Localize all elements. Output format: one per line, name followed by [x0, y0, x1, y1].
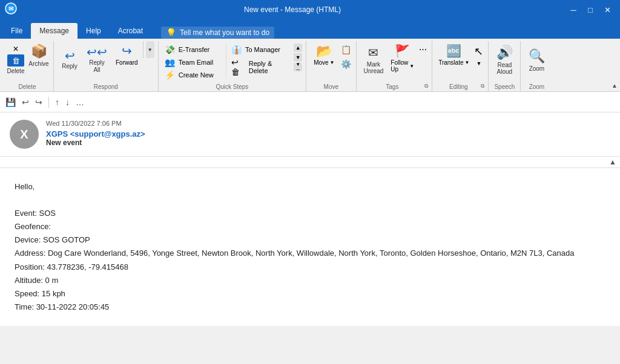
- delete-box-icon: 🗑: [7, 54, 24, 67]
- create-new-icon: ⚡: [165, 70, 175, 80]
- editing-group-content: 🔤 Translate ▼ ↖ ▼: [436, 41, 484, 82]
- tags-group-content: ✉ MarkUnread 🚩 FollowUp ▼ ⋯: [360, 41, 429, 82]
- respond-group-content: ↩ Reply ↩↩ ReplyAll ↪ Forward ▼: [58, 41, 154, 82]
- delete-icon: ✕: [13, 45, 19, 53]
- quick-steps-scroll-down[interactable]: ▼: [294, 53, 302, 62]
- email-body-line-8: Speed: 15 kph: [15, 287, 605, 301]
- toolbar-divider: [48, 97, 49, 108]
- forward-button[interactable]: ↪ Forward: [112, 41, 142, 68]
- respond-more-options[interactable]: ▼: [143, 41, 154, 58]
- translate-label: Translate: [438, 59, 463, 66]
- tab-message[interactable]: Message: [31, 23, 78, 39]
- tags-expand-icon[interactable]: ⧉: [424, 83, 428, 91]
- redo-button[interactable]: ↪: [33, 96, 44, 109]
- translate-split[interactable]: 🔤 Translate ▼: [436, 41, 472, 66]
- email-body-line-9: Time: 30-11-2022 20:05:45: [15, 301, 605, 314]
- save-button[interactable]: 💾: [4, 96, 18, 109]
- tab-help[interactable]: Help: [78, 23, 110, 39]
- read-aloud-button[interactable]: 🔊 ReadAloud: [492, 41, 516, 79]
- move-icon: 📂: [316, 44, 332, 59]
- zoom-button[interactable]: 🔍 Zoom: [524, 41, 549, 79]
- minimize-button[interactable]: ─: [566, 4, 581, 16]
- move-group-label: Move: [310, 82, 352, 91]
- collapse-bar[interactable]: ▲: [0, 157, 620, 168]
- email-body-line-1: [15, 193, 605, 207]
- create-new-label: Create New: [179, 71, 214, 79]
- copy-to-folder-button[interactable]: 📋: [340, 44, 352, 56]
- to-manager-label: To Manager: [245, 46, 280, 53]
- delete-button[interactable]: ✕ 🗑 Delete: [5, 41, 27, 77]
- reply-all-icon: ↩↩: [87, 46, 107, 58]
- editing-more-btn[interactable]: ▼: [473, 59, 484, 68]
- editing-group: 🔤 Translate ▼ ↖ ▼ Editing ⧉: [432, 41, 489, 91]
- title-bar: ✉ New event - Message (HTML) ─ □ ✕: [0, 0, 620, 19]
- email-body-line-7: Altitude: 0 m: [15, 274, 605, 287]
- search-placeholder: Tell me what you want to do: [180, 28, 269, 37]
- toolbar-row: 💾 ↩ ↪ ↑ ↓ …: [0, 92, 620, 112]
- quick-steps-scroll-up[interactable]: ▲: [294, 44, 302, 52]
- delete-label: Delete: [7, 68, 25, 74]
- lightbulb-icon: 💡: [166, 28, 176, 37]
- archive-label: Archive: [28, 60, 48, 67]
- close-button[interactable]: ✕: [599, 4, 615, 16]
- ribbon-collapse-button[interactable]: ▲: [612, 82, 618, 89]
- email-header: X Wed 11/30/2022 7:06 PM XGPS <support@x…: [0, 112, 620, 157]
- tab-acrobat[interactable]: Acrobat: [110, 23, 151, 39]
- svg-text:✉: ✉: [8, 5, 14, 12]
- move-arrow-icon: ▼: [330, 60, 335, 65]
- speech-group-content: 🔊 ReadAloud: [492, 41, 516, 82]
- maximize-button[interactable]: □: [582, 4, 598, 16]
- respond-group: ↩ Reply ↩↩ ReplyAll ↪ Forward ▼ Respond: [54, 41, 159, 91]
- mark-unread-icon: ✉: [368, 45, 378, 60]
- read-aloud-label: ReadAloud: [497, 62, 513, 75]
- delete-group-label: Delete: [5, 82, 50, 91]
- archive-icon: 📦: [31, 44, 47, 59]
- quick-step-team-email[interactable]: 👥 Team Email: [162, 56, 223, 68]
- quick-steps-scroll: ▲ ▼ ▼─: [294, 44, 302, 71]
- respond-group-label: Respond: [58, 82, 154, 91]
- move-split-button[interactable]: 📂 Move ▼: [310, 41, 338, 66]
- archive-button[interactable]: 📦 Archive: [28, 41, 50, 70]
- tags-more-btn[interactable]: ⋯: [418, 44, 428, 55]
- tags-more-buttons: ⋯: [418, 41, 428, 55]
- quick-steps-list: 💸 E-Transfer 👥 Team Email ⚡ Create New: [162, 44, 223, 81]
- tab-file[interactable]: File: [2, 23, 31, 39]
- move-btn-top[interactable]: 📂 Move ▼: [310, 41, 338, 66]
- editing-group-label: Editing: [436, 82, 481, 91]
- editing-expand-icon[interactable]: ⧉: [481, 83, 484, 91]
- reply-button[interactable]: ↩ Reply: [58, 41, 82, 79]
- quick-step-create-new[interactable]: ⚡ Create New: [162, 69, 223, 81]
- email-body-line-2: Event: SOS: [15, 207, 605, 220]
- move-down-button[interactable]: ↓: [64, 96, 71, 109]
- move-up-button[interactable]: ↑: [53, 96, 61, 109]
- collapse-bar-icon: ▲: [609, 158, 616, 166]
- move-group-content: 📂 Move ▼ 📋 ⚙️: [310, 41, 352, 82]
- zoom-icon: 🔍: [529, 48, 545, 64]
- quick-steps-group: 💸 E-Transfer 👥 Team Email ⚡ Create New 👔…: [159, 41, 306, 91]
- tags-group: ✉ MarkUnread 🚩 FollowUp ▼ ⋯ Tags ⧉: [357, 41, 433, 91]
- zoom-group-label: Zoom: [524, 82, 549, 91]
- email-body-line-3: Geofence:: [15, 220, 605, 233]
- email-body-line-4: Device: SOS GOTOP: [15, 233, 605, 247]
- sender-avatar: X: [10, 120, 39, 149]
- forward-label: Forward: [116, 59, 138, 66]
- editing-cursor-btn[interactable]: ↖ ▼: [473, 41, 484, 68]
- quick-step-etransfer[interactable]: 💸 E-Transfer: [162, 44, 223, 56]
- more-options-button[interactable]: …: [74, 96, 86, 109]
- cursor-icon[interactable]: ↖: [473, 44, 484, 59]
- read-aloud-icon: 🔊: [496, 45, 513, 60]
- reply-all-button[interactable]: ↩↩ ReplyAll: [83, 41, 111, 79]
- quick-step-reply-delete[interactable]: ↩🗑 Reply & Delete: [229, 56, 290, 78]
- rules-button[interactable]: ⚙️: [340, 58, 352, 70]
- zoom-label: Zoom: [529, 65, 545, 72]
- quick-step-to-manager[interactable]: 👔 To Manager: [229, 44, 290, 56]
- quick-steps-more[interactable]: ▼─: [294, 63, 302, 71]
- follow-up-split[interactable]: 🚩 FollowUp ▼: [388, 41, 417, 73]
- email-from: XGPS <support@xgps.az>: [46, 129, 610, 138]
- email-subject: New event: [46, 138, 610, 147]
- undo-button[interactable]: ↩: [20, 96, 31, 109]
- mark-unread-button[interactable]: ✉ MarkUnread: [360, 41, 388, 79]
- team-email-icon: 👥: [165, 57, 175, 67]
- etransfer-icon: 💸: [165, 45, 175, 54]
- ribbon-search[interactable]: 💡 Tell me what you want to do: [161, 27, 274, 39]
